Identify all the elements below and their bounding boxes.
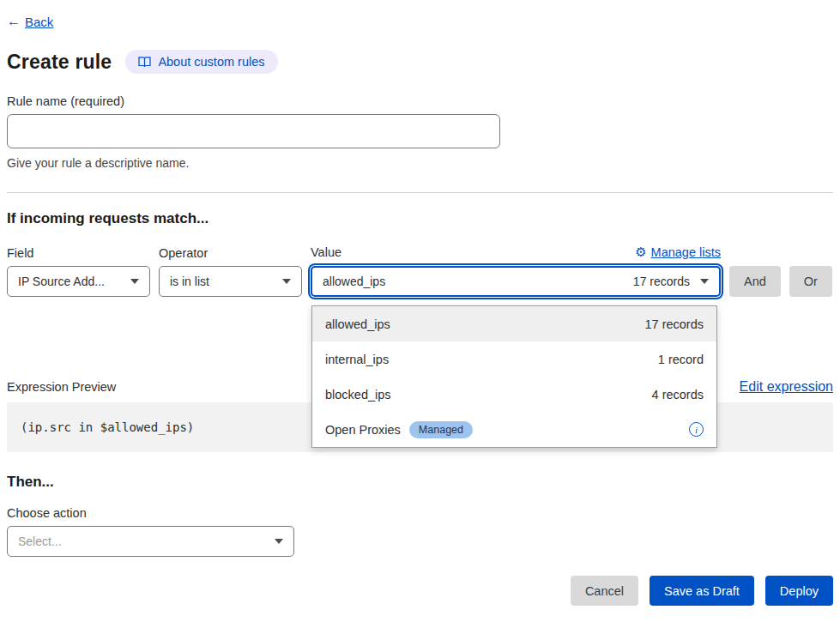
choose-action-label: Choose action [7, 506, 833, 520]
or-button[interactable]: Or [789, 266, 832, 297]
gear-icon: ⚙ [635, 245, 646, 260]
rule-name-help: Give your rule a descriptive name. [7, 156, 833, 170]
about-custom-rules-label: About custom rules [158, 55, 264, 69]
book-icon [138, 57, 151, 68]
title-row: Create rule About custom rules [7, 50, 833, 74]
operator-select[interactable]: is in list [159, 266, 302, 297]
action-select-placeholder: Select... [18, 534, 62, 548]
back-label: Back [25, 15, 53, 29]
list-option-allowed-ips[interactable]: allowed_ips 17 records [312, 306, 716, 341]
and-button[interactable]: And [729, 266, 781, 297]
expression-code: (ip.src in $allowed_ips) [21, 420, 194, 434]
list-option-meta: 17 records [644, 317, 704, 331]
list-dropdown-menu: allowed_ips 17 records internal_ips 1 re… [311, 305, 717, 448]
value-select-value: allowed_ips [323, 275, 385, 288]
chevron-down-icon [282, 279, 291, 284]
field-select[interactable]: IP Source Add... [7, 266, 150, 297]
chevron-down-icon [700, 279, 709, 284]
then-section-heading: Then... [7, 474, 833, 491]
edit-expression-link[interactable]: Edit expression [740, 379, 833, 395]
deploy-button[interactable]: Deploy [765, 576, 833, 606]
section-divider [7, 192, 833, 193]
list-option-name-wrap: Open Proxies Managed [325, 421, 473, 438]
back-link[interactable]: ← Back [7, 14, 53, 29]
manage-lists-label: Manage lists [651, 245, 721, 259]
expression-preview-label: Expression Preview [7, 380, 116, 394]
rule-name-group: Rule name (required) Give your rule a de… [7, 94, 833, 170]
managed-badge: Managed [409, 421, 473, 438]
list-option-internal-ips[interactable]: internal_ips 1 record [312, 341, 716, 377]
chevron-down-icon [130, 279, 139, 284]
rule-name-input[interactable] [7, 114, 500, 148]
field-label: Field [7, 246, 150, 260]
create-rule-page: ← Back Create rule About custom rules Ru… [0, 0, 840, 606]
operator-select-value: is in list [170, 275, 209, 288]
field-column: Field IP Source Add... [7, 246, 150, 297]
value-select[interactable]: allowed_ips 17 records [311, 266, 721, 297]
back-arrow-icon: ← [7, 14, 21, 29]
action-select[interactable]: Select... [7, 526, 294, 557]
footer-actions: Cancel Save as Draft Deploy [7, 576, 833, 606]
match-condition-row: Field IP Source Add... Operator is in li… [7, 245, 833, 297]
chevron-down-icon [275, 539, 283, 544]
list-option-name: internal_ips [325, 353, 389, 366]
value-label: Value [311, 245, 341, 259]
match-section-heading: If incoming requests match... [7, 210, 833, 227]
cancel-button[interactable]: Cancel [571, 576, 638, 606]
operator-column: Operator is in list [159, 246, 302, 297]
list-option-name: allowed_ips [325, 317, 390, 331]
list-option-meta: 4 records [652, 388, 704, 402]
list-option-name: blocked_ips [325, 388, 391, 402]
save-as-draft-button[interactable]: Save as Draft [650, 576, 754, 606]
field-select-value: IP Source Add... [18, 275, 105, 288]
value-select-meta: 17 records [633, 275, 690, 288]
list-option-meta: 1 record [658, 353, 704, 366]
operator-label: Operator [159, 246, 302, 260]
info-icon[interactable]: i [689, 422, 704, 437]
page-title: Create rule [7, 51, 112, 74]
list-option-blocked-ips[interactable]: blocked_ips 4 records [312, 377, 716, 412]
rule-name-label: Rule name (required) [7, 94, 833, 108]
value-column: Value ⚙ Manage lists allowed_ips 17 reco… [311, 245, 721, 297]
manage-lists-link[interactable]: ⚙ Manage lists [635, 245, 721, 260]
value-label-row: Value ⚙ Manage lists [311, 245, 721, 260]
list-option-open-proxies[interactable]: Open Proxies Managed i [312, 412, 716, 447]
list-option-name: Open Proxies [325, 423, 401, 437]
about-custom-rules-link[interactable]: About custom rules [125, 50, 277, 74]
